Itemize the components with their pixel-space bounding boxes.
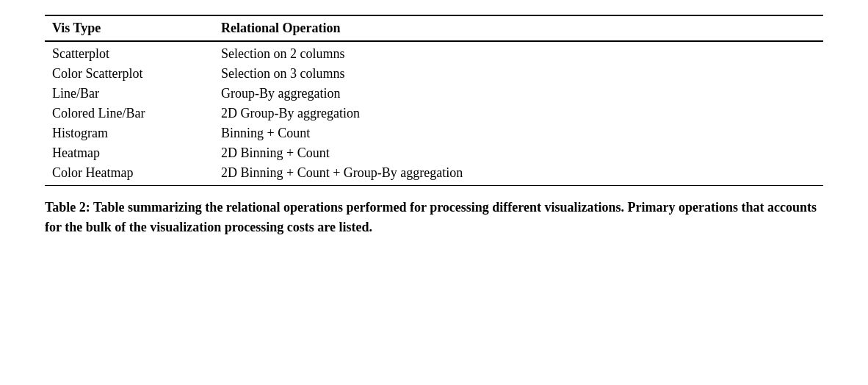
table-row: ScatterplotSelection on 2 columns xyxy=(45,41,823,64)
summary-table: Vis Type Relational Operation Scatterplo… xyxy=(45,15,823,186)
cell-vis-type: Histogram xyxy=(45,123,221,143)
cell-relational-op: 2D Binning + Count xyxy=(221,143,823,163)
cell-vis-type: Color Scatterplot xyxy=(45,64,221,84)
cell-relational-op: Selection on 3 columns xyxy=(221,64,823,84)
cell-relational-op: 2D Binning + Count + Group-By aggregatio… xyxy=(221,163,823,186)
table-caption: Table 2: Table summarizing the relationa… xyxy=(45,198,823,237)
cell-vis-type: Colored Line/Bar xyxy=(45,104,221,123)
col-header-relational-op: Relational Operation xyxy=(221,15,823,41)
table-header-row: Vis Type Relational Operation xyxy=(45,15,823,41)
cell-vis-type: Scatterplot xyxy=(45,41,221,64)
table-row: HistogramBinning + Count xyxy=(45,123,823,143)
table-row: Color Heatmap2D Binning + Count + Group-… xyxy=(45,163,823,186)
cell-relational-op: Group-By aggregation xyxy=(221,84,823,104)
cell-vis-type: Heatmap xyxy=(45,143,221,163)
col-header-vis-type: Vis Type xyxy=(45,15,221,41)
cell-relational-op: 2D Group-By aggregation xyxy=(221,104,823,123)
cell-relational-op: Selection on 2 columns xyxy=(221,41,823,64)
cell-relational-op: Binning + Count xyxy=(221,123,823,143)
page-container: Vis Type Relational Operation Scatterplo… xyxy=(45,15,823,237)
table-row: Colored Line/Bar2D Group-By aggregation xyxy=(45,104,823,123)
cell-vis-type: Line/Bar xyxy=(45,84,221,104)
cell-vis-type: Color Heatmap xyxy=(45,163,221,186)
table-row: Line/BarGroup-By aggregation xyxy=(45,84,823,104)
table-row: Color ScatterplotSelection on 3 columns xyxy=(45,64,823,84)
table-row: Heatmap2D Binning + Count xyxy=(45,143,823,163)
